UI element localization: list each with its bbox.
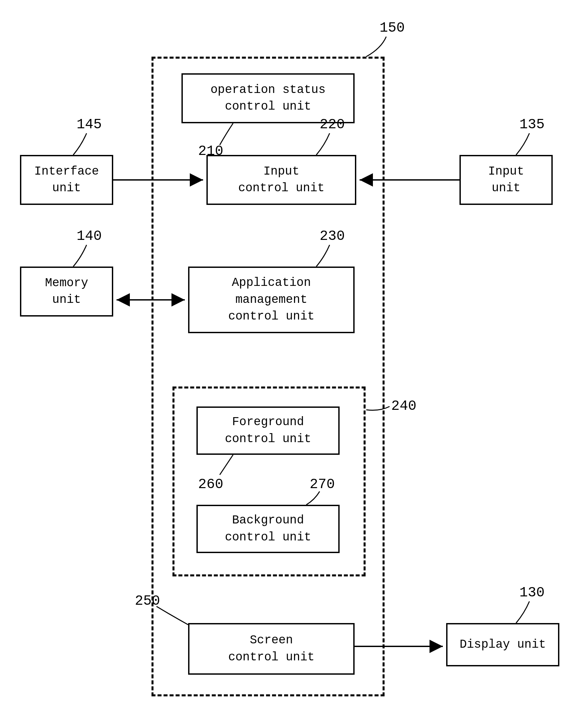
label-230: 230: [320, 228, 345, 244]
label-140: 140: [77, 228, 102, 244]
box-input-ctrl: Input control unit: [206, 155, 356, 205]
leader-140: [70, 245, 90, 268]
text-input: Input unit: [488, 163, 524, 197]
label-220: 220: [320, 116, 345, 133]
box-display: Display unit: [446, 623, 559, 666]
box-op-status: operation status control unit: [182, 73, 355, 123]
box-input: Input unit: [460, 155, 553, 205]
leader-135: [513, 133, 533, 157]
text-screen: Screen control unit: [228, 632, 314, 666]
label-250: 250: [135, 593, 160, 609]
container-150: [151, 57, 385, 696]
leader-145: [70, 133, 90, 157]
text-background: Background control unit: [225, 512, 311, 546]
label-270: 270: [310, 476, 335, 492]
text-op-status: operation status control unit: [211, 82, 326, 115]
text-foreground: Foreground control unit: [225, 414, 311, 447]
box-background: Background control unit: [196, 505, 340, 553]
label-240: 240: [391, 398, 417, 414]
box-interface: Interface unit: [20, 155, 113, 205]
text-memory: Memory unit: [45, 275, 88, 309]
label-130: 130: [520, 585, 545, 601]
text-app-mgmt: Application management control unit: [228, 275, 314, 325]
text-input-ctrl: Input control unit: [238, 163, 324, 197]
label-260: 260: [198, 476, 223, 492]
leader-130: [513, 601, 533, 625]
box-foreground: Foreground control unit: [196, 407, 340, 455]
box-screen: Screen control unit: [188, 623, 355, 675]
label-145: 145: [77, 116, 102, 133]
box-memory: Memory unit: [20, 266, 113, 316]
label-150: 150: [380, 20, 405, 36]
box-app-mgmt: Application management control unit: [188, 266, 355, 333]
diagram-canvas: 150 240 Interface unit 145 Memory unit 1…: [0, 0, 583, 728]
text-interface: Interface unit: [34, 163, 99, 197]
text-display: Display unit: [460, 636, 546, 653]
label-135: 135: [520, 116, 545, 133]
